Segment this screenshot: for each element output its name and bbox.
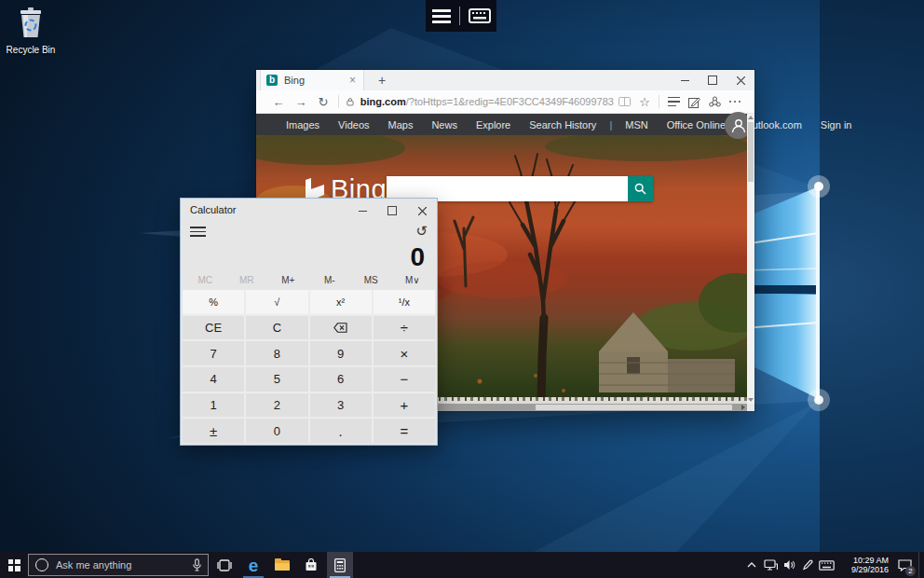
calculator-icon	[334, 558, 346, 572]
volume-icon[interactable]	[781, 552, 797, 578]
vertical-scroll-thumb[interactable]	[748, 122, 754, 182]
cortana-icon	[35, 558, 48, 571]
calc-key-subtract[interactable]: −	[374, 367, 435, 392]
action-center-button[interactable]: 2	[894, 552, 915, 578]
menu-icon[interactable]	[190, 227, 206, 237]
calc-memory-m[interactable]: M-	[309, 273, 351, 288]
calc-key-digit-1[interactable]: 1	[183, 393, 244, 418]
touch-keyboard-icon[interactable]	[819, 552, 835, 578]
taskbar-calculator-button[interactable]	[327, 552, 353, 578]
recycle-bin-icon[interactable]: Recycle Bin	[4, 6, 58, 55]
scrollbar-corner	[747, 404, 754, 411]
bing-nav-news[interactable]: News	[422, 119, 467, 131]
new-tab-button[interactable]: +	[370, 70, 394, 90]
web-note-icon[interactable]	[684, 91, 704, 112]
share-icon[interactable]	[704, 91, 725, 112]
maximize-button[interactable]	[699, 70, 727, 90]
taskbar-edge-button[interactable]: e	[240, 552, 266, 578]
minimize-button[interactable]	[347, 200, 377, 222]
vertical-scrollbar[interactable]	[747, 114, 754, 404]
taskbar-clock[interactable]: 10:29 AM 9/29/2016	[840, 556, 889, 574]
bing-nav-msn[interactable]: MSN	[616, 119, 657, 131]
bing-nav-maps[interactable]: Maps	[379, 119, 423, 131]
cortana-search-box[interactable]: Ask me anything	[28, 554, 209, 576]
calculator-memory-row: MCMRM+M-MSM∨	[181, 273, 437, 288]
show-desktop-button[interactable]	[918, 552, 924, 578]
calc-key-digit-0[interactable]: 0	[246, 419, 307, 443]
bing-nav-explore[interactable]: Explore	[467, 119, 520, 131]
bing-search-button[interactable]	[628, 176, 653, 201]
bing-nav-search-history[interactable]: Search History	[520, 119, 605, 131]
notification-badge: 2	[905, 566, 916, 576]
tab-close-icon[interactable]: ×	[347, 74, 358, 87]
bing-nav-sign-in[interactable]: Sign in	[811, 119, 862, 131]
reading-view-icon[interactable]	[614, 91, 634, 112]
task-view-button[interactable]	[211, 552, 238, 578]
scroll-up-arrow[interactable]	[747, 114, 754, 121]
bing-nav-videos[interactable]: Videos	[329, 119, 378, 131]
bing-nav-office-online[interactable]: Office Online	[658, 119, 735, 131]
address-bar[interactable]: bing.com/?toHttps=1&redig=4E0F3CC4349F46…	[346, 96, 614, 107]
calc-key-square[interactable]: x²	[310, 290, 372, 314]
horizontal-scroll-thumb[interactable]	[536, 405, 732, 410]
network-icon[interactable]	[763, 552, 779, 578]
calc-key-digit-8[interactable]: 8	[246, 341, 307, 365]
favorites-star-icon[interactable]: ☆	[634, 91, 655, 112]
bing-nav-bar: ImagesVideosMapsNewsExploreSearch Histor…	[256, 114, 747, 135]
calc-key-digit-6[interactable]: 6	[310, 367, 372, 392]
maximize-button[interactable]	[377, 200, 407, 222]
start-button[interactable]	[0, 552, 28, 578]
trash-can-icon	[17, 6, 45, 39]
calc-key-sqrt[interactable]: √	[246, 290, 307, 314]
calc-key-digit-9[interactable]: 9	[310, 341, 372, 365]
calc-key-digit-7[interactable]: 7	[183, 341, 244, 365]
calc-key-negate[interactable]: ±	[183, 419, 244, 443]
calc-key-clear[interactable]: C	[246, 316, 307, 340]
forward-icon[interactable]: →	[290, 95, 312, 109]
calc-memory-ms[interactable]: MS	[350, 273, 392, 288]
calc-key-digit-2[interactable]: 2	[246, 393, 307, 418]
calc-key-ce[interactable]: CE	[183, 316, 244, 340]
scroll-right-arrow[interactable]	[741, 405, 745, 410]
taskbar-store-button[interactable]	[298, 552, 324, 578]
calc-key-decimal[interactable]: .	[310, 419, 372, 443]
calc-key-multiply[interactable]: ×	[374, 341, 435, 365]
refresh-icon[interactable]: ↻	[312, 95, 334, 109]
calc-key-add[interactable]: +	[374, 393, 435, 418]
calc-key-reciprocal[interactable]: ¹/x	[374, 290, 435, 314]
calc-key-digit-4[interactable]: 4	[183, 367, 244, 392]
microphone-icon[interactable]	[193, 558, 201, 571]
calc-memory-m[interactable]: M∨	[392, 273, 434, 288]
edge-icon: e	[249, 557, 259, 574]
file-explorer-icon	[275, 560, 290, 571]
close-button[interactable]	[727, 70, 754, 90]
more-actions-icon[interactable]	[725, 91, 745, 112]
back-icon[interactable]: ←	[267, 95, 290, 109]
close-button[interactable]	[407, 200, 437, 222]
scroll-down-arrow[interactable]	[747, 396, 754, 404]
calc-key-percent[interactable]: %	[183, 290, 244, 314]
calc-memory-m[interactable]: M+	[267, 273, 309, 288]
calc-key-divide[interactable]: ÷	[374, 316, 435, 340]
task-view-icon	[217, 559, 232, 571]
tab-bing[interactable]: b Bing ×	[260, 70, 364, 90]
keyboard-icon[interactable]	[469, 8, 491, 23]
calc-key-equals[interactable]: =	[374, 419, 435, 443]
search-icon	[634, 183, 646, 195]
recycle-bin-label: Recycle Bin	[4, 45, 58, 55]
bing-nav-images[interactable]: Images	[277, 119, 329, 131]
history-icon[interactable]: ↺	[415, 223, 428, 240]
calculator-display: 0	[181, 243, 437, 271]
tray-chevron-icon[interactable]	[744, 552, 760, 578]
pen-icon[interactable]	[800, 552, 816, 578]
calc-key-digit-5[interactable]: 5	[246, 367, 307, 392]
taskbar-explorer-button[interactable]	[269, 552, 295, 578]
url-text: bing.com/?toHttps=1&redig=4E0F3CC4349F46…	[360, 96, 614, 107]
edge-tab-bar: b Bing × +	[256, 70, 754, 91]
minimize-button[interactable]	[671, 70, 699, 90]
hub-icon[interactable]	[663, 91, 684, 112]
calc-key-backspace[interactable]	[310, 316, 372, 340]
toolbar-separator	[338, 95, 339, 108]
menu-icon[interactable]	[432, 9, 451, 23]
calc-key-digit-3[interactable]: 3	[310, 393, 372, 418]
